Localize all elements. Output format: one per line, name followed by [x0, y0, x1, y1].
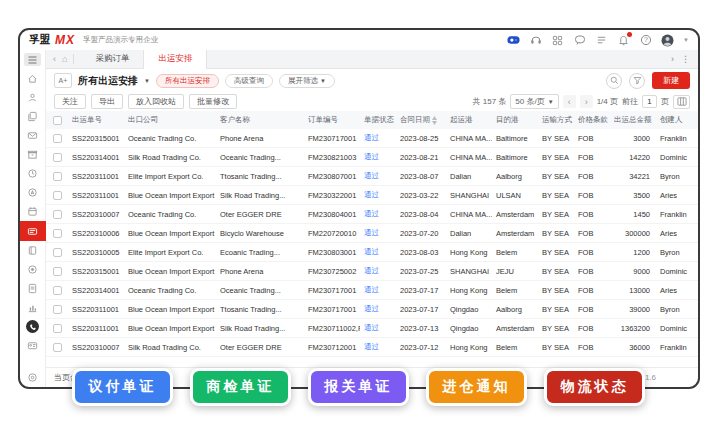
new-button[interactable]: 新建: [652, 72, 690, 89]
overlay-button-inspection-docs[interactable]: 商检单证: [190, 368, 291, 406]
row-checkbox[interactable]: [53, 191, 62, 200]
overlay-button-negotiation-docs[interactable]: 议付单证: [72, 368, 173, 406]
id-card-icon[interactable]: [20, 336, 46, 355]
row-checkbox[interactable]: [53, 305, 62, 314]
table-row[interactable]: SS220310007Silk Road Trading Co.Oter EGG…: [46, 338, 698, 357]
shipping-module-icon[interactable]: [20, 221, 46, 241]
view-title-chevron-down-icon[interactable]: ▼: [144, 78, 150, 84]
notifications-icon[interactable]: [617, 34, 630, 47]
table-row[interactable]: SS220310007Oceanic Trading Co.Oter EGGER…: [46, 205, 698, 224]
filter-pill-expand-filters[interactable]: 展开筛选 ▼: [279, 74, 335, 88]
overlay-button-bar: 议付单证商检单证报关单证进仓通知物流状态: [0, 368, 717, 406]
cell-status[interactable]: 通过: [360, 171, 396, 181]
row-checkbox[interactable]: [53, 172, 62, 181]
column-header-contract-date[interactable]: 合同日期: [396, 115, 446, 125]
package-icon[interactable]: [20, 145, 46, 164]
disc-icon[interactable]: [20, 260, 46, 279]
column-settings-icon[interactable]: [673, 95, 690, 109]
overlay-button-warehouse-notice[interactable]: 进仓通知: [426, 368, 527, 406]
cell-status[interactable]: 通过: [360, 190, 396, 200]
avatar-chevron-down-icon[interactable]: ▼: [683, 37, 689, 43]
sort-icon[interactable]: [432, 116, 437, 125]
row-checkbox[interactable]: [53, 153, 62, 162]
table-row[interactable]: SS220311001Blue Ocean Import Export Co.S…: [46, 186, 698, 205]
row-checkbox[interactable]: [53, 229, 62, 238]
batch-edit-button[interactable]: 批量修改: [189, 94, 237, 110]
filter-pill-advanced-search[interactable]: 高级查询: [225, 74, 273, 88]
mail-icon[interactable]: [20, 126, 46, 145]
cell-status[interactable]: 通过: [360, 228, 396, 238]
cell-total-amount: 34221: [610, 172, 656, 181]
table-row[interactable]: SS220315001Oceanic Trading Co.Phone Aren…: [46, 129, 698, 148]
file-icon[interactable]: [20, 279, 46, 298]
cell-status[interactable]: 通过: [360, 323, 396, 333]
tab-more-icon[interactable]: ⋮: [681, 54, 690, 64]
history-icon[interactable]: [20, 164, 46, 183]
prev-page-icon[interactable]: ‹: [563, 95, 576, 108]
table-row[interactable]: SS220310006Blue Ocean Import Export Co.B…: [46, 224, 698, 243]
home-icon[interactable]: [20, 69, 46, 88]
row-checkbox[interactable]: [53, 210, 62, 219]
table-row[interactable]: SS220310005Elite Import Export Co.Ecoani…: [46, 243, 698, 262]
row-checkbox[interactable]: [53, 286, 62, 295]
cell-status[interactable]: 通过: [360, 209, 396, 219]
cell-status[interactable]: 通过: [360, 342, 396, 352]
view-title[interactable]: 所有出运安排: [78, 74, 138, 88]
table-row[interactable]: SS220314001Silk Road Trading Co.Oceanic …: [46, 148, 698, 167]
export-button[interactable]: 导出: [91, 94, 123, 110]
select-all-checkbox[interactable]: [53, 116, 62, 125]
tab-back-icon[interactable]: ‹: [53, 54, 56, 64]
book-icon[interactable]: [20, 241, 46, 260]
user-icon[interactable]: [20, 88, 46, 107]
row-checkbox[interactable]: [53, 324, 62, 333]
table-row[interactable]: SS220315001Blue Ocean Import Export Co.P…: [46, 262, 698, 281]
menu-icon[interactable]: [20, 50, 46, 69]
cell-status[interactable]: 通过: [360, 152, 396, 162]
table-row[interactable]: SS220314001Oceanic Trading Co.Oceanic Tr…: [46, 281, 698, 300]
chat-icon[interactable]: [573, 34, 586, 47]
follow-button[interactable]: 关注: [54, 94, 86, 110]
task-list-icon[interactable]: [595, 34, 608, 47]
search-icon[interactable]: [606, 73, 622, 89]
table-row[interactable]: SS220311001Blue Ocean Import Export Co.S…: [46, 319, 698, 338]
next-page-icon[interactable]: ›: [580, 95, 593, 108]
cell-status[interactable]: 通过: [360, 285, 396, 295]
table-row[interactable]: SS220311001Elite Import Export Co.Ttosan…: [46, 167, 698, 186]
row-checkbox[interactable]: [53, 248, 62, 257]
row-checkbox[interactable]: [53, 343, 62, 352]
user-avatar[interactable]: [661, 34, 674, 47]
cell-contract-date: 2023-07-17: [396, 286, 446, 295]
pill-label: 展开筛选: [288, 76, 318, 86]
goto-page-input[interactable]: [642, 95, 657, 108]
headset-icon[interactable]: [529, 34, 542, 47]
cell-status[interactable]: 通过: [360, 304, 396, 314]
copy-icon[interactable]: [20, 107, 46, 126]
cell-status[interactable]: 通过: [360, 247, 396, 257]
cell-status[interactable]: 通过: [360, 266, 396, 276]
overlay-button-logistics-status[interactable]: 物流状态: [544, 368, 645, 406]
tab-shipping-arrangement[interactable]: 出运安排: [144, 50, 207, 69]
cell-contract-date: 2023-07-17: [396, 305, 446, 314]
phone-icon[interactable]: [20, 317, 46, 336]
tab-purchase-orders[interactable]: 采购订单: [81, 50, 144, 69]
apps-grid-icon[interactable]: [551, 34, 564, 47]
tab-label: 出运安排: [158, 53, 192, 65]
row-checkbox[interactable]: [53, 134, 62, 143]
tab-scroll-right-icon[interactable]: ›: [671, 54, 674, 64]
view-config-icon[interactable]: A+: [54, 73, 72, 88]
cell-total-amount: 14220: [610, 153, 656, 162]
table-row[interactable]: SS220311001Blue Ocean Import Export Co.T…: [46, 300, 698, 319]
chart-icon[interactable]: [20, 298, 46, 317]
row-checkbox[interactable]: [53, 267, 62, 276]
overlay-button-customs-docs[interactable]: 报关单证: [308, 368, 409, 406]
recycle-bin-button[interactable]: 放入回收站: [128, 94, 184, 110]
compass-icon[interactable]: [20, 183, 46, 202]
help-icon[interactable]: ?: [639, 34, 652, 47]
tab-home-icon[interactable]: ⌂: [62, 54, 67, 64]
filter-funnel-icon[interactable]: [629, 73, 645, 89]
calendar-icon[interactable]: [20, 202, 46, 221]
page-size-select[interactable]: 50 条/页 ▼: [510, 94, 558, 109]
ai-assistant-icon[interactable]: [507, 34, 520, 47]
filter-pill-all-shipments[interactable]: 所有出运安排: [156, 74, 219, 88]
cell-status[interactable]: 通过: [360, 133, 396, 143]
